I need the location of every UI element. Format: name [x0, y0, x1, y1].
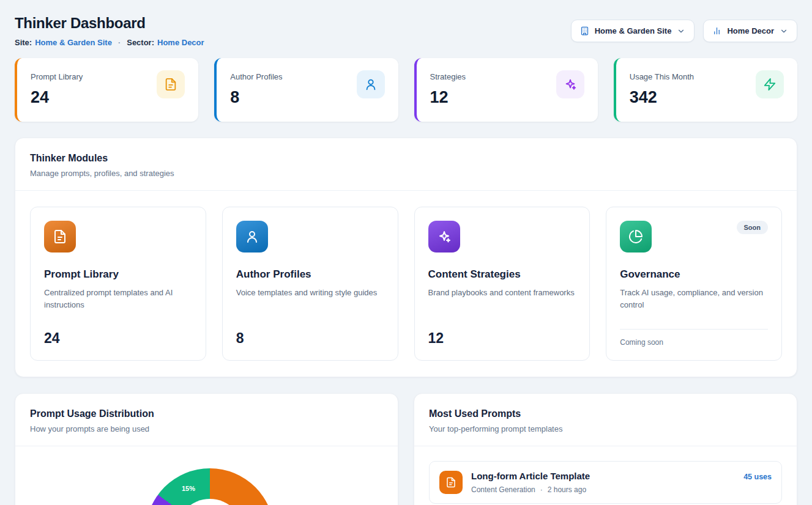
sector-selector-label: Home Decor	[727, 26, 774, 35]
prompt-usage-distribution-card: Prompt Usage Distribution How your promp…	[15, 393, 398, 505]
sparkle-icon	[556, 70, 584, 98]
module-card-prompt-library[interactable]: Prompt Library Centralized prompt templa…	[30, 207, 206, 361]
usage-donut-chart: 15%	[146, 468, 274, 505]
most-used-prompts-card: Most Used Prompts Your top-performing pr…	[414, 393, 797, 505]
usage-header: Prompt Usage Distribution How your promp…	[15, 394, 398, 446]
site-selector-label: Home & Garden Site	[595, 26, 672, 35]
usage-title: Prompt Usage Distribution	[30, 408, 383, 419]
module-count: 24	[44, 330, 192, 347]
stat-label: Strategies	[430, 72, 466, 81]
prompt-meta: Content Generation · 2 hours ago	[471, 485, 590, 494]
header: Thinker Dashboard Site: Home & Garden Si…	[0, 0, 812, 54]
prompt-title: Long-form Article Template	[471, 471, 590, 481]
modules-header: Thinker Modules Manage prompts, profiles…	[15, 138, 797, 191]
coming-soon-text: Coming soon	[620, 329, 768, 347]
stat-text: Usage This Month 342	[630, 70, 694, 122]
site-label: Site:	[15, 38, 32, 47]
donut-segment-label: 15%	[178, 485, 199, 492]
header-controls: Home & Garden Site Home Decor	[571, 20, 797, 42]
building-icon	[580, 26, 589, 35]
zap-icon	[756, 70, 784, 98]
module-card-author-profiles[interactable]: Author Profiles Voice templates and writ…	[222, 207, 398, 361]
stats-row: Prompt Library 24 Author Profiles 8 Stra…	[0, 58, 812, 122]
module-card-governance[interactable]: Soon Governance Track AI usage, complian…	[606, 207, 782, 361]
module-description: Centralized prompt templates and AI inst…	[44, 287, 192, 311]
donut-chart-area: 15%	[15, 446, 398, 505]
prompt-info: Long-form Article Template Content Gener…	[471, 471, 590, 494]
stat-label: Author Profiles	[230, 72, 282, 81]
stat-label: Prompt Library	[31, 72, 83, 81]
most-used-title: Most Used Prompts	[429, 408, 782, 419]
thinker-dashboard-page: Thinker Dashboard Site: Home & Garden Si…	[0, 0, 812, 505]
chevron-down-icon	[677, 27, 685, 35]
usage-subtitle: How your prompts are being used	[30, 424, 383, 433]
stat-text: Author Profiles 8	[230, 70, 282, 122]
module-title: Author Profiles	[236, 268, 384, 281]
most-used-subtitle: Your top-performing prompt templates	[429, 424, 782, 433]
meta-separator: ·	[540, 485, 543, 494]
file-text-icon	[439, 471, 463, 494]
module-count: 12	[428, 330, 576, 347]
modules-subtitle: Manage prompts, profiles, and strategies	[30, 169, 782, 178]
bottom-row: Prompt Usage Distribution How your promp…	[15, 393, 797, 505]
stat-text: Strategies 12	[430, 70, 466, 122]
pie-chart-icon	[620, 221, 652, 253]
stat-card-usage: Usage This Month 342	[614, 58, 797, 122]
uses-badge: 45 uses	[743, 473, 772, 481]
module-title: Governance	[620, 268, 768, 281]
modules-title: Thinker Modules	[30, 153, 782, 164]
stat-value: 24	[31, 88, 83, 107]
prompt-list: Long-form Article Template Content Gener…	[414, 446, 797, 505]
breadcrumb: Site: Home & Garden Site · Sector: Home …	[15, 38, 204, 47]
user-icon	[236, 221, 268, 253]
soon-badge: Soon	[737, 221, 769, 234]
sector-selector-dropdown[interactable]: Home Decor	[703, 20, 797, 42]
module-description: Voice templates and writing style guides	[236, 287, 384, 299]
stat-value: 342	[630, 88, 694, 107]
stat-value: 8	[230, 88, 282, 107]
module-description: Track AI usage, compliance, and version …	[620, 287, 768, 311]
sparkle-icon	[428, 221, 460, 253]
stat-text: Prompt Library 24	[31, 70, 83, 122]
stat-card-prompt-library: Prompt Library 24	[15, 58, 198, 122]
header-left: Thinker Dashboard Site: Home & Garden Si…	[15, 15, 204, 47]
bar-chart-icon	[712, 26, 721, 35]
breadcrumb-separator: ·	[118, 38, 121, 47]
module-count: 8	[236, 330, 384, 347]
stat-card-author-profiles: Author Profiles 8	[214, 58, 398, 122]
module-card-content-strategies[interactable]: Content Strategies Brand playbooks and c…	[414, 207, 590, 361]
donut-hole	[176, 499, 244, 505]
site-link[interactable]: Home & Garden Site	[35, 38, 112, 47]
file-text-icon	[157, 70, 185, 98]
prompt-list-item[interactable]: Long-form Article Template Content Gener…	[429, 461, 782, 504]
module-title: Content Strategies	[428, 268, 576, 281]
stat-label: Usage This Month	[630, 72, 694, 81]
sector-label: Sector:	[127, 38, 154, 47]
file-text-icon	[44, 221, 76, 253]
modules-grid: Prompt Library Centralized prompt templa…	[15, 191, 797, 377]
chevron-down-icon	[780, 27, 788, 35]
site-selector-dropdown[interactable]: Home & Garden Site	[571, 20, 695, 42]
prompt-category: Content Generation	[471, 485, 535, 494]
module-description: Brand playbooks and content frameworks	[428, 287, 576, 299]
module-title: Prompt Library	[44, 268, 192, 281]
user-icon	[357, 70, 385, 98]
stat-card-strategies: Strategies 12	[414, 58, 598, 122]
sector-link[interactable]: Home Decor	[157, 38, 204, 47]
page-title: Thinker Dashboard	[15, 15, 204, 32]
stat-value: 12	[430, 88, 466, 107]
most-used-header: Most Used Prompts Your top-performing pr…	[414, 394, 797, 446]
thinker-modules-section: Thinker Modules Manage prompts, profiles…	[15, 138, 797, 377]
prompt-time: 2 hours ago	[548, 485, 586, 494]
